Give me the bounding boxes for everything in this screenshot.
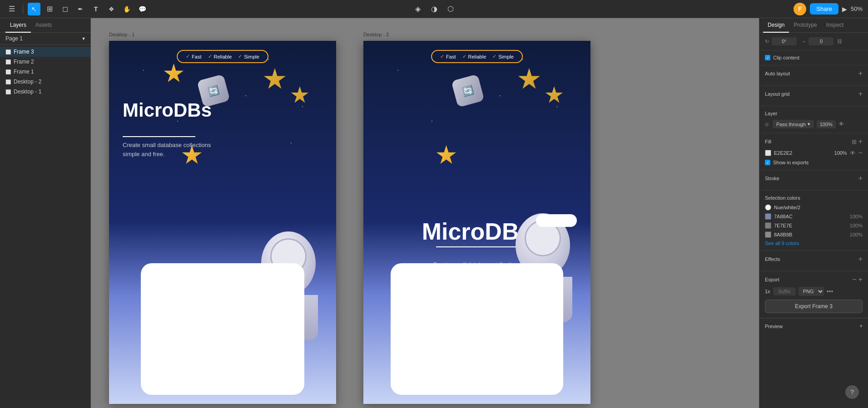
blend-mode-selector[interactable]: Pass through ▾ <box>773 120 814 128</box>
layer-item-frame3[interactable]: ⬜ Frame 3 <box>0 47 90 57</box>
color-opacity-7e7e7e: 100% <box>850 223 863 228</box>
star-dot <box>291 143 292 143</box>
help-button[interactable]: ? <box>845 385 859 399</box>
auto-layout-add-button[interactable]: + <box>858 70 863 77</box>
layout-grid-section: Layout grid + <box>759 86 868 106</box>
blend-mode-chevron: ▾ <box>808 121 810 127</box>
preview-chevron-icon[interactable]: ▾ <box>860 323 863 329</box>
layout-grid-add-button[interactable]: + <box>858 90 863 98</box>
tab-layers[interactable]: Layers <box>5 18 31 33</box>
pen-tool[interactable]: ✒ <box>74 3 87 15</box>
tab-inspect[interactable]: Inspect <box>822 18 848 33</box>
left-sidebar: Layers Assets Page 1 ▾ ⬜ Frame 3 ⬜ Frame… <box>0 18 91 408</box>
shape-tool[interactable]: ◻ <box>59 3 71 15</box>
star-dot <box>397 70 398 71</box>
contrast-icon[interactable]: ◑ <box>428 3 441 15</box>
pill-reliable: ✓ Reliable <box>208 54 232 59</box>
frame-icon: ⬜ <box>5 79 11 84</box>
page-selector[interactable]: Page 1 ▾ <box>0 33 90 45</box>
frame-underline-1 <box>123 136 195 137</box>
frame-desktop2[interactable]: ✓ Fast ✓ Reliable ✓ Simple 🔄 MicroDBs <box>363 41 590 404</box>
color-swatch-7e7e7e[interactable] <box>765 222 771 229</box>
menu-tool[interactable]: ☰ <box>5 3 18 15</box>
fill-row: E2E2E2 100% 👁 − <box>765 149 863 157</box>
fill-opacity-value: 100% <box>834 150 847 156</box>
color-swatch-8a8b8b[interactable] <box>765 231 771 238</box>
frame-bg-2: ✓ Fast ✓ Reliable ✓ Simple 🔄 MicroDBs <box>363 41 590 404</box>
opacity-input[interactable] <box>817 120 836 128</box>
fill-add-button[interactable]: + <box>858 138 863 145</box>
shape-star-2 <box>291 86 309 104</box>
mode-icon[interactable]: ⬡ <box>444 3 457 15</box>
export-frame-button[interactable]: Export Frame 3 <box>765 300 863 313</box>
see-all-colors-link[interactable]: See all 9 colors <box>765 241 863 246</box>
color-picker-icon[interactable]: ◈ <box>412 3 424 15</box>
canvas-area[interactable]: Desktop - 1 ✓ Fast ✓ <box>91 18 759 408</box>
blend-row: ◎ Pass through ▾ 👁 <box>765 120 863 128</box>
export-more-button[interactable]: ••• <box>827 288 833 295</box>
stroke-title: Stroke <box>765 176 779 181</box>
selection-color-named: Nue/white/2 <box>765 204 863 211</box>
move-tool[interactable]: ↖ <box>28 3 40 15</box>
visibility-icon[interactable]: 👁 <box>838 121 844 128</box>
corner-input[interactable] <box>808 37 833 45</box>
fill-remove-button[interactable]: − <box>858 149 863 157</box>
rotation-input[interactable] <box>772 37 797 45</box>
frame-tool[interactable]: ⊞ <box>43 3 56 15</box>
selection-colors-header: Selection colors <box>765 195 863 201</box>
fill-header: Fill ⊞ + <box>765 138 863 145</box>
color-hex-7e7e7e: 7E7E7E <box>774 223 847 228</box>
effects-title: Effects <box>765 256 780 262</box>
present-button[interactable]: ▶ <box>842 5 847 13</box>
effects-add-button[interactable]: + <box>858 256 863 263</box>
tab-prototype[interactable]: Prototype <box>789 18 821 33</box>
layer-item-frame1[interactable]: ⬜ Frame 1 <box>0 67 90 77</box>
layer-item-frame2[interactable]: ⬜ Frame 2 <box>0 57 90 67</box>
tab-assets[interactable]: Assets <box>31 18 56 33</box>
show-in-exports-checkbox[interactable]: ✓ <box>765 160 770 165</box>
text-tool[interactable]: T <box>89 3 102 15</box>
auto-layout-header: Auto layout + <box>765 70 863 77</box>
fill-visibility-icon[interactable]: 👁 <box>850 150 856 157</box>
layer-label: Frame 1 <box>14 69 34 75</box>
export-row: 1x PNG JPG SVG PDF ••• <box>765 287 863 296</box>
show-in-exports-row: ✓ Show in exports <box>765 160 863 165</box>
layer-label: Desktop - 2 <box>14 79 41 85</box>
tab-design[interactable]: Design <box>763 18 789 33</box>
effects-section: Effects + <box>759 251 868 271</box>
layer-item-desktop2[interactable]: ⬜ Desktop - 2 <box>0 77 90 87</box>
layer-item-desktop1[interactable]: ⬜ Desktop - 1 <box>0 87 90 97</box>
export-suffix-input[interactable] <box>773 287 796 295</box>
color-swatch-named[interactable] <box>765 204 771 211</box>
clip-checkbox[interactable]: ✓ <box>765 55 770 60</box>
star-dot <box>302 106 303 107</box>
share-button[interactable]: Share <box>810 3 838 15</box>
zoom-level[interactable]: 50% <box>851 5 863 12</box>
clip-content-row: ✓ Clip content <box>765 55 863 60</box>
layout-grid-title: Layout grid <box>765 91 789 97</box>
fill-align-button[interactable]: ⊞ <box>852 138 857 145</box>
fill-color-swatch[interactable] <box>765 150 771 156</box>
star-dot <box>500 95 501 96</box>
layer-label: Frame 3 <box>14 49 34 55</box>
color-opacity-8a8b8b: 100% <box>850 232 863 237</box>
pill-simple: ✓ Simple <box>238 54 259 59</box>
color-opacity-7a88ac: 100% <box>850 214 863 219</box>
export-format-select[interactable]: PNG JPG SVG PDF <box>799 287 824 296</box>
layer-header: Layer <box>765 111 863 116</box>
layer-label: Desktop - 1 <box>14 88 41 95</box>
canvas-scroll: Desktop - 1 ✓ Fast ✓ <box>91 18 759 408</box>
fill-actions: ⊞ + <box>852 138 863 145</box>
export-minus-button[interactable]: − <box>852 276 856 283</box>
hand-tool[interactable]: ✋ <box>120 3 133 15</box>
color-swatch-7a88ac[interactable] <box>765 213 771 220</box>
export-add-button[interactable]: + <box>858 276 863 283</box>
comment-tool[interactable]: 💬 <box>136 3 149 15</box>
export-section: Export − + 1x PNG JPG SVG PDF ••• Export… <box>759 271 868 318</box>
fill-hex-value: E2E2E2 <box>774 150 832 156</box>
link-icon[interactable]: ⛓ <box>837 39 842 44</box>
stroke-add-button[interactable]: + <box>858 175 863 182</box>
frame-desktop1[interactable]: ✓ Fast ✓ Reliable ✓ Simple 🔄 <box>109 41 336 404</box>
auto-layout-section: Auto layout + <box>759 65 868 86</box>
component-tool[interactable]: ❖ <box>105 3 118 15</box>
